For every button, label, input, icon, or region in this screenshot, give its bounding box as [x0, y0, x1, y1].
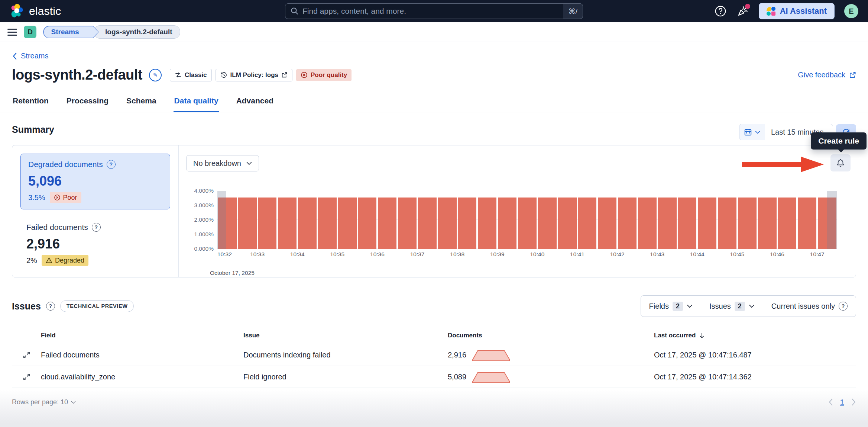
warning-icon [46, 257, 52, 264]
chart-bar [678, 198, 697, 249]
x-tick-label: 10:36 [370, 251, 385, 258]
column-last-occurred[interactable]: Last occurred [654, 332, 856, 339]
help-icon[interactable] [714, 5, 727, 17]
tab-data-quality[interactable]: Data quality [174, 93, 219, 112]
chart-bar [758, 198, 777, 249]
summary-panel: Degraded documents ? 5,096 3.5% Poor [12, 145, 856, 277]
chevron-down-icon [749, 304, 755, 308]
degraded-documents-card[interactable]: Degraded documents ? 5,096 3.5% Poor [20, 154, 170, 209]
create-rule-bell-button[interactable] [830, 154, 851, 171]
y-tick-label: 0.000% [194, 245, 214, 252]
issues-filter-button[interactable]: Issues 2 [701, 296, 763, 317]
user-avatar[interactable]: E [844, 4, 858, 18]
top-header-bar: elastic Find apps, content, and more. ⌘/ [0, 0, 868, 22]
create-rule-tooltip: Create rule [811, 132, 867, 150]
column-field[interactable]: Field [41, 332, 243, 339]
degraded-documents-title: Degraded documents [28, 160, 103, 169]
elastic-logo-icon [10, 4, 24, 19]
expand-row-icon[interactable] [12, 373, 41, 381]
x-tick-label: 10:38 [450, 251, 464, 258]
degraded-status-badge: Degraded [42, 255, 88, 266]
documents-sparkline [472, 348, 511, 362]
partial-bucket-band-end [827, 191, 837, 249]
cell-last-occurred: Oct 17, 2025 @ 10:47:16.487 [654, 351, 856, 359]
title-row: logs-synth.2-default ✎ Classic ILM Polic… [12, 67, 856, 83]
x-tick-label: 10:32 [217, 251, 232, 258]
elastic-logo[interactable]: elastic [10, 4, 61, 19]
issues-header: Issues ? TECHNICAL PREVIEW Fields 2 Issu… [12, 295, 856, 317]
main-content: Streams logs-synth.2-default ✎ Classic I… [0, 52, 868, 410]
cell-issue: Documents indexing failed [243, 351, 448, 359]
breakdown-select[interactable]: No breakdown [186, 155, 259, 171]
failed-help-icon[interactable]: ? [92, 223, 101, 232]
next-page-icon[interactable] [851, 398, 856, 406]
ai-assistant-label: AI Assistant [780, 6, 827, 16]
chart-bar [478, 198, 496, 249]
degraded-count: 5,096 [28, 173, 162, 189]
degraded-help-icon[interactable]: ? [107, 160, 116, 169]
partial-bucket-band-start [217, 191, 226, 249]
expand-row-icon[interactable] [12, 351, 41, 359]
breadcrumb-streams[interactable]: Streams [43, 26, 99, 38]
y-tick-label: 3.000% [194, 202, 214, 209]
chart-bar [418, 198, 437, 249]
summary-heading: Summary [12, 124, 54, 135]
issues-help-icon[interactable]: ? [46, 302, 55, 311]
chart-plot[interactable] [217, 191, 837, 249]
global-search-input[interactable]: Find apps, content, and more. ⌘/ [285, 3, 583, 19]
ilm-policy-badge[interactable]: ILM Policy: logs [216, 69, 292, 81]
chart-bar [298, 198, 317, 249]
tab-schema[interactable]: Schema [126, 93, 157, 112]
table-row[interactable]: cloud.availability_zone Field ignored 5,… [12, 366, 856, 388]
chart-bar [738, 198, 757, 249]
chevron-down-icon [687, 304, 693, 308]
breadcrumb-bar: D Streams logs-synth.2-default [0, 22, 868, 42]
chevron-down-icon [246, 161, 252, 165]
ai-assistant-button[interactable]: AI Assistant [759, 3, 835, 19]
fields-filter-button[interactable]: Fields 2 [641, 296, 701, 317]
edit-title-icon[interactable]: ✎ [149, 69, 162, 81]
column-issue[interactable]: Issue [243, 332, 448, 339]
chart-bar [718, 198, 736, 249]
x-tick-label: 10:40 [530, 251, 544, 258]
tab-retention[interactable]: Retention [12, 93, 49, 112]
give-feedback-link[interactable]: Give feedback [798, 71, 856, 79]
classic-badge: Classic [170, 69, 212, 81]
chart-bar [238, 198, 257, 249]
tab-processing[interactable]: Processing [66, 93, 109, 112]
chart-bar [458, 198, 477, 249]
cell-documents: 2,916 [448, 351, 466, 359]
column-documents[interactable]: Documents [448, 332, 654, 339]
page-number[interactable]: 1 [840, 398, 844, 407]
failed-documents-card[interactable]: Failed documents ? 2,916 2% Degraded [20, 223, 170, 266]
chart-bar [338, 198, 357, 249]
chart-bar [318, 198, 337, 249]
chart-bar [798, 198, 816, 249]
time-controls: Last 15 minutes Create rule [739, 124, 856, 140]
tab-advanced[interactable]: Advanced [236, 93, 274, 112]
chart-bar [698, 198, 716, 249]
chart-x-axis: 10:3210:3310:3410:3510:3610:3710:3810:39… [217, 251, 837, 259]
chart-bar [438, 198, 457, 249]
ai-assistant-icon [767, 7, 775, 16]
back-link[interactable]: Streams [12, 52, 856, 60]
search-shortcut-badge: ⌘/ [563, 3, 583, 19]
rows-per-page-select[interactable]: Rows per page: 10 [12, 398, 76, 406]
chart-bar [578, 198, 597, 249]
issues-count-badge: 2 [735, 302, 745, 311]
previous-page-icon[interactable] [828, 398, 833, 406]
space-badge[interactable]: D [24, 26, 36, 38]
breadcrumb-current-stream[interactable]: logs-synth.2-default [94, 25, 180, 39]
summary-stats-column: Degraded documents ? 5,096 3.5% Poor [12, 145, 179, 277]
chart-bar [518, 198, 537, 249]
x-tick-label: 10:43 [650, 251, 664, 258]
current-issues-help-icon: ? [839, 302, 848, 311]
current-issues-toggle[interactable]: Current issues only ? [763, 296, 856, 317]
tabs-bar: Retention Processing Schema Data quality… [0, 93, 868, 112]
chart-bar [538, 198, 557, 249]
table-row[interactable]: Failed documents Documents indexing fail… [12, 344, 856, 366]
menu-hamburger-icon[interactable] [7, 29, 17, 36]
news-feed-icon[interactable] [736, 5, 749, 17]
circle-cross-icon [301, 71, 308, 78]
calendar-dropdown-button[interactable] [739, 124, 765, 140]
